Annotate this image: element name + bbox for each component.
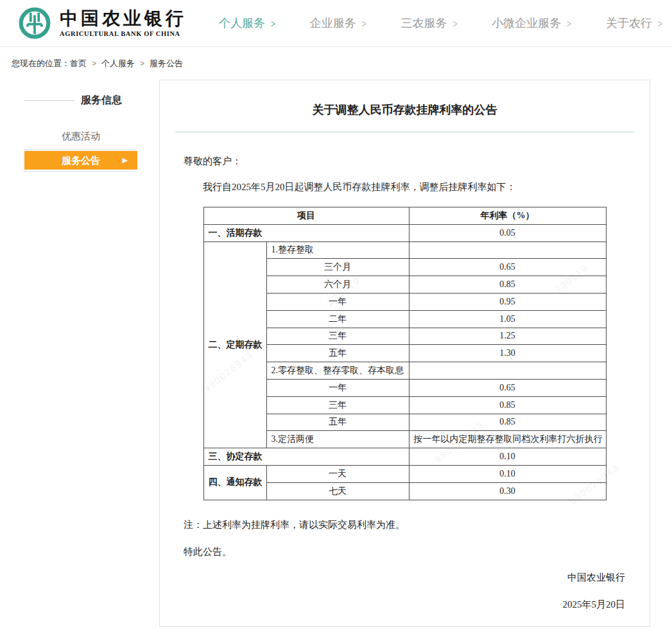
nav-item-个人服务[interactable]: 个人服务> <box>219 15 276 31</box>
nav-item-label: 关于农行 <box>606 15 652 31</box>
breadcrumb-prefix: 您现在的位置： <box>12 58 70 68</box>
table-cell: 0.30 <box>409 482 606 500</box>
table-cell: 一天 <box>266 465 409 482</box>
salutation-text: 尊敬的客户： <box>184 155 650 168</box>
signer-text: 中国农业银行 <box>160 572 625 584</box>
content-row: 服务信息 优惠活动服务公告▶ 关于调整人民币存款挂牌利率的公告 尊敬的客户： 我… <box>0 80 672 627</box>
closing-text: 特此公告。 <box>184 546 650 558</box>
announcement-panel: 关于调整人民币存款挂牌利率的公告 尊敬的客户： 我行自2025年5月20日起调整… <box>159 80 650 627</box>
table-row: 三、协定存款0.10 <box>203 448 606 466</box>
table-cell: 六个月 <box>266 276 409 294</box>
table-cell: 一年 <box>266 379 409 396</box>
chevron-right-icon: > <box>271 18 275 29</box>
table-cell: 五年 <box>266 345 409 362</box>
table-cell <box>409 241 606 259</box>
table-cell: 0.65 <box>409 259 606 276</box>
table-cell: 0.65 <box>409 379 606 396</box>
bank-logo[interactable]: 中国农业银行 AGRICULTURAL BANK OF CHINA <box>18 6 187 40</box>
table-row: 四、通知存款一天0.10 <box>203 465 606 482</box>
nav-item-三农服务[interactable]: 三农服务> <box>401 15 458 31</box>
table-cell: 二、定期存款 <box>203 241 266 448</box>
table-cell: 0.10 <box>409 448 606 466</box>
table-row: 二、定期存款1.整存整取 <box>203 241 606 259</box>
bank-name-cn: 中国农业银行 <box>60 9 187 28</box>
sidebar-title-label: 服务信息 <box>81 94 122 107</box>
chevron-right-icon: > <box>452 18 457 29</box>
table-header-item: 项目 <box>203 207 409 225</box>
title-divider <box>175 132 634 132</box>
table-cell: 三年 <box>266 396 409 414</box>
breadcrumb: 您现在的位置：首页>个人服务>服务公告 <box>0 47 672 80</box>
table-cell: 2.零存整取、整存零取、存本取息 <box>266 362 409 380</box>
table-cell: 三、协定存款 <box>203 448 409 466</box>
chevron-right-icon: > <box>362 18 366 29</box>
nav-item-关于农行[interactable]: 关于农行> <box>606 15 663 31</box>
table-cell: 1.25 <box>409 328 606 345</box>
chevron-right-icon: > <box>658 18 662 29</box>
breadcrumb-link-首页[interactable]: 首页 <box>70 58 87 68</box>
table-cell: 1.30 <box>409 345 606 362</box>
table-cell: 0.95 <box>409 293 606 310</box>
table-cell: 七天 <box>266 482 409 500</box>
bank-name-en: AGRICULTURAL BANK OF CHINA <box>60 30 187 37</box>
nav-item-label: 小微企业服务 <box>492 15 561 31</box>
breadcrumb-separator: > <box>140 59 144 68</box>
nav-item-小微企业服务[interactable]: 小微企业服务> <box>492 15 572 31</box>
table-cell: 三年 <box>266 328 409 345</box>
intro-text: 我行自2025年5月20日起调整人民币存款挂牌利率，调整后挂牌利率如下： <box>184 181 621 193</box>
site-header: 中国农业银行 AGRICULTURAL BANK OF CHINA 个人服务>企… <box>0 0 672 47</box>
sidebar-menu: 优惠活动服务公告▶ <box>24 123 137 171</box>
chevron-right-icon: > <box>567 18 571 29</box>
table-cell: 五年 <box>266 414 409 431</box>
table-cell: 按一年以内定期整存整取同档次利率打六折执行 <box>409 431 606 448</box>
table-cell: 1.05 <box>409 310 606 328</box>
table-cell: 3.定活两便 <box>266 431 409 448</box>
sidebar-title-rule <box>24 100 74 101</box>
table-cell: 二年 <box>266 310 409 328</box>
table-cell: 0.85 <box>409 276 606 294</box>
table-cell <box>409 362 606 380</box>
table-cell: 0.85 <box>409 396 606 414</box>
table-cell: 一年 <box>266 293 409 310</box>
sidebar: 服务信息 优惠活动服务公告▶ <box>0 80 159 171</box>
table-cell: 0.10 <box>409 465 606 482</box>
table-header-row: 项目 年利率（%） <box>203 207 606 225</box>
table-cell: 四、通知存款 <box>203 465 266 500</box>
nav-item-label: 企业服务 <box>310 15 356 31</box>
main-nav: 个人服务>企业服务>三农服务>小微企业服务>关于农行> <box>219 15 663 31</box>
breadcrumb-link-服务公告[interactable]: 服务公告 <box>150 58 183 68</box>
table-cell: 0.05 <box>409 224 606 241</box>
table-header-rate: 年利率（%） <box>409 207 606 225</box>
sidebar-title: 服务信息 <box>24 94 159 107</box>
table-cell: 三个月 <box>266 259 409 276</box>
breadcrumb-separator: > <box>92 59 96 68</box>
bank-logo-text: 中国农业银行 AGRICULTURAL BANK OF CHINA <box>60 9 187 37</box>
sidebar-item-cell: 服务公告▶ <box>24 150 137 171</box>
triangle-right-icon: ▶ <box>123 151 128 170</box>
note-text: 注：上述利率为挂牌利率，请以实际交易利率为准。 <box>184 519 650 531</box>
nav-item-label: 三农服务 <box>401 15 447 31</box>
abc-logo-icon <box>18 6 51 40</box>
sidebar-item-优惠活动[interactable]: 优惠活动 <box>24 123 137 150</box>
nav-item-label: 个人服务 <box>219 15 265 31</box>
rate-table: 项目 年利率（%） 一、活期存款0.05二、定期存款1.整存整取三个月0.65六… <box>203 207 607 500</box>
sidebar-item-服务公告-active[interactable]: 服务公告▶ <box>24 151 137 170</box>
table-cell: 1.整存整取 <box>266 241 409 259</box>
table-cell: 一、活期存款 <box>203 224 409 241</box>
page: 中国农业银行 AGRICULTURAL BANK OF CHINA 个人服务>企… <box>0 0 672 627</box>
table-cell: 0.85 <box>409 414 606 431</box>
date-text: 2025年5月20日 <box>160 599 625 611</box>
nav-item-企业服务[interactable]: 企业服务> <box>310 15 367 31</box>
table-row: 一、活期存款0.05 <box>203 224 606 241</box>
breadcrumb-link-个人服务[interactable]: 个人服务 <box>101 58 135 68</box>
page-title: 关于调整人民币存款挂牌利率的公告 <box>160 102 650 118</box>
